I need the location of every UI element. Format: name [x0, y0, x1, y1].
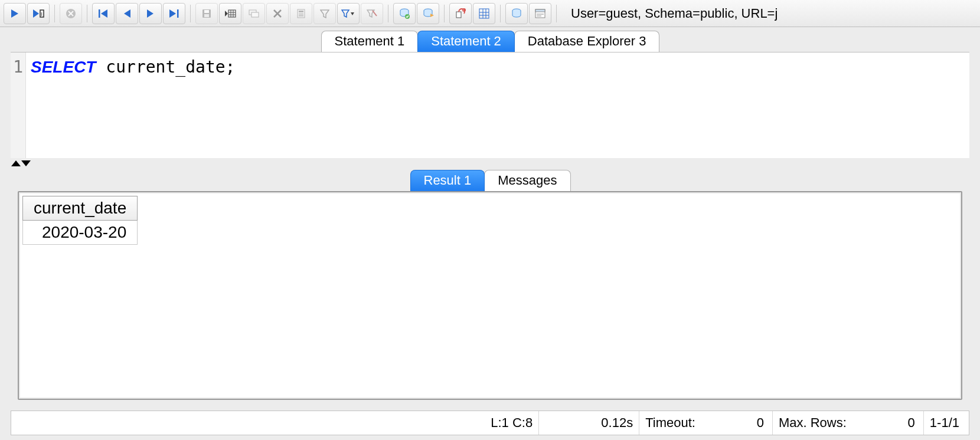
svg-rect-42 [479, 9, 489, 18]
elapsed-time: 0.12s [539, 411, 639, 435]
clear-filter-icon [367, 9, 377, 18]
svg-marker-11 [169, 9, 176, 18]
svg-marker-53 [21, 160, 31, 166]
edit-cell-icon [296, 8, 306, 19]
commit-button[interactable] [393, 3, 416, 24]
table-row[interactable]: 2020-03-20 [23, 221, 138, 245]
duplicate-row-button[interactable] [243, 3, 265, 24]
result-tabbar: Result 1 Messages [0, 169, 980, 191]
svg-marker-10 [147, 9, 153, 18]
prev-record-button[interactable] [116, 3, 138, 24]
edit-cell-button[interactable] [290, 3, 312, 24]
timeout-label: Timeout: [645, 415, 695, 431]
maxrows-input[interactable] [847, 415, 917, 431]
save-button[interactable] [195, 3, 218, 24]
commit-icon [398, 8, 410, 19]
column-header[interactable]: current_date [23, 196, 138, 221]
svg-rect-15 [204, 14, 209, 17]
svg-rect-14 [204, 10, 209, 13]
next-record-button[interactable] [139, 3, 162, 24]
first-record-icon [98, 9, 109, 18]
tab-messages[interactable]: Messages [484, 170, 570, 191]
db-browser-icon [511, 8, 522, 19]
last-record-icon [169, 9, 179, 18]
save-icon [201, 8, 212, 19]
tab-statement-1[interactable]: Statement 1 [321, 31, 419, 52]
svg-marker-52 [11, 160, 21, 166]
svg-text:I: I [41, 11, 43, 17]
filter-button[interactable] [313, 3, 336, 24]
toolbar: I [0, 0, 980, 27]
first-record-button[interactable] [92, 3, 115, 24]
run-script-button[interactable]: I [27, 3, 50, 24]
clear-filter-button[interactable] [361, 3, 383, 24]
pivot-icon [478, 8, 490, 19]
timeout-input[interactable] [695, 415, 766, 431]
svg-rect-28 [299, 14, 303, 15]
cell-value[interactable]: 2020-03-20 [23, 221, 138, 245]
rollback-button[interactable] [417, 3, 439, 24]
insert-row-icon [224, 8, 236, 19]
run-script-icon: I [32, 9, 45, 18]
svg-marker-9 [124, 9, 130, 18]
last-record-button[interactable] [163, 3, 185, 24]
dbms-output-icon [534, 8, 546, 19]
maxrows-label: Max. Rows: [779, 415, 847, 431]
insert-row-button[interactable] [219, 3, 241, 24]
svg-rect-39 [456, 12, 461, 18]
svg-marker-32 [351, 12, 354, 15]
row-position: 1-1/1 [924, 411, 965, 435]
line-number: 1 [11, 56, 23, 78]
statement-tabbar: Statement 1 Statement 2 Database Explore… [0, 27, 980, 52]
prev-record-icon [123, 9, 131, 18]
sql-code[interactable]: SELECT current_date; [26, 52, 969, 158]
stop-button[interactable] [60, 3, 82, 24]
filter-icon [320, 9, 329, 18]
svg-marker-16 [225, 11, 228, 17]
run-button[interactable] [4, 3, 26, 24]
svg-rect-27 [299, 11, 303, 12]
sql-rest: current_date; [96, 57, 235, 77]
delete-row-icon [273, 9, 282, 18]
sql-editor[interactable]: 1 SELECT current_date; [11, 52, 969, 158]
reconnect-icon: ! [455, 8, 466, 19]
svg-rect-17 [228, 10, 236, 17]
reconnect-button[interactable]: ! [449, 3, 472, 24]
svg-marker-0 [11, 9, 18, 18]
duplicate-row-icon [248, 8, 260, 19]
svg-rect-23 [251, 12, 259, 17]
tab-database-explorer-3[interactable]: Database Explorer 3 [514, 31, 660, 52]
run-icon [10, 9, 19, 18]
connection-status: User=guest, Schema=public, URL=j [571, 6, 778, 21]
delete-row-button[interactable] [266, 3, 289, 24]
filter-dropdown-button[interactable] [337, 3, 360, 24]
splitter-handle[interactable] [0, 158, 980, 169]
tab-statement-2[interactable]: Statement 2 [417, 31, 515, 52]
svg-rect-7 [99, 9, 100, 18]
next-record-icon [146, 9, 155, 18]
svg-line-34 [373, 11, 377, 16]
tab-result-1[interactable]: Result 1 [410, 170, 485, 191]
result-table[interactable]: current_date 2020-03-20 [22, 196, 138, 245]
svg-rect-49 [535, 9, 545, 12]
stop-icon [66, 8, 76, 19]
sql-keyword: SELECT [31, 58, 96, 76]
svg-marker-1 [33, 9, 39, 18]
db-browser-button[interactable] [505, 3, 528, 24]
svg-marker-30 [321, 10, 329, 18]
svg-marker-8 [101, 9, 107, 18]
cursor-position: L:1 C:8 [485, 411, 539, 435]
dbms-output-button[interactable] [529, 3, 551, 24]
svg-marker-31 [342, 10, 349, 17]
statusbar: L:1 C:8 0.12s Timeout: Max. Rows: 1-1/1 [11, 411, 969, 435]
rollback-icon [422, 8, 434, 19]
result-frame: current_date 2020-03-20 [18, 191, 962, 400]
svg-text:!: ! [463, 8, 463, 12]
svg-rect-12 [177, 9, 179, 18]
filter-dropdown-icon [341, 9, 355, 18]
line-gutter: 1 [11, 52, 26, 158]
svg-rect-29 [299, 15, 303, 17]
pivot-button[interactable] [473, 3, 495, 24]
